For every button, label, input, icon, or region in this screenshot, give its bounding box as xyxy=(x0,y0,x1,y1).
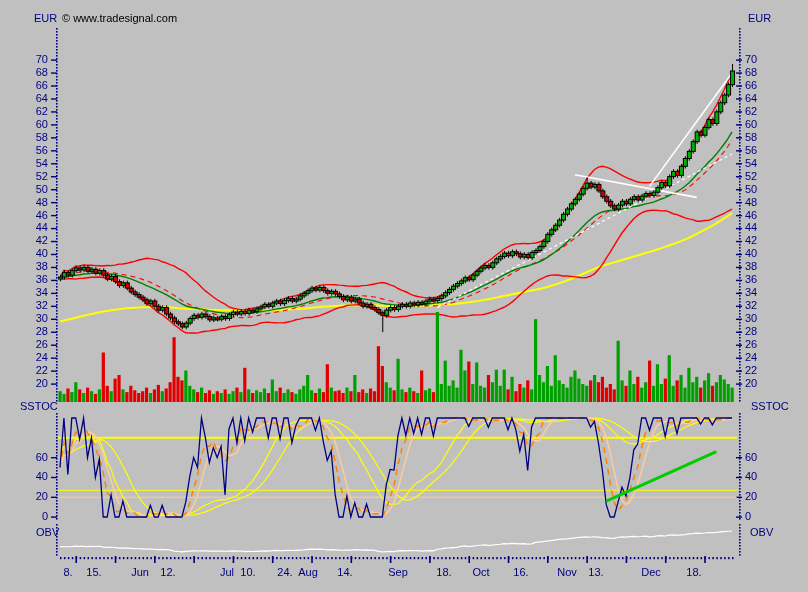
price-tick-label-right: 36 xyxy=(745,274,757,285)
price-tick-label-left: 34 xyxy=(22,287,48,298)
price-tick-label-right: 22 xyxy=(745,365,757,376)
date-label: 10. xyxy=(230,567,266,578)
price-tick-label-left: 38 xyxy=(22,261,48,272)
obv-panel-title-right: OBV xyxy=(750,527,773,538)
price-tick-label-left: 44 xyxy=(22,222,48,233)
date-label: Sep xyxy=(380,567,416,578)
price-tick-label-right: 56 xyxy=(745,145,757,156)
price-tick-label-right: 26 xyxy=(745,339,757,350)
price-tick-label-left: 50 xyxy=(22,184,48,195)
price-tick-label-left: 26 xyxy=(22,339,48,350)
price-tick-label-left: 32 xyxy=(22,300,48,311)
price-tick-label-left: 24 xyxy=(22,352,48,363)
price-tick-label-right: 64 xyxy=(745,93,757,104)
date-label: 15. xyxy=(76,567,112,578)
price-tick-label-left: 48 xyxy=(22,197,48,208)
price-tick-label-right: 60 xyxy=(745,119,757,130)
price-tick-label-right: 24 xyxy=(745,352,757,363)
price-tick-label-left: 40 xyxy=(22,248,48,259)
price-tick-label-right: 40 xyxy=(745,248,757,259)
price-tick-label-right: 68 xyxy=(745,67,757,78)
price-tick-label-right: 70 xyxy=(745,54,757,65)
sstoc-tick-label-right: 0 xyxy=(745,511,751,522)
price-tick-label-right: 48 xyxy=(745,197,757,208)
price-tick-label-right: 38 xyxy=(745,261,757,272)
sstoc-tick-label-left: 40 xyxy=(22,471,48,482)
price-tick-label-right: 44 xyxy=(745,222,757,233)
price-tick-label-right: 32 xyxy=(745,300,757,311)
sstoc-tick-label-right: 40 xyxy=(745,471,757,482)
price-tick-label-left: 68 xyxy=(22,67,48,78)
price-tick-label-right: 46 xyxy=(745,210,757,221)
price-tick-label-left: 20 xyxy=(22,378,48,389)
price-tick-label-left: 42 xyxy=(22,235,48,246)
price-tick-label-left: 70 xyxy=(22,54,48,65)
price-tick-label-left: 28 xyxy=(22,326,48,337)
price-axis-unit-right: EUR xyxy=(748,13,771,24)
date-label: Dec xyxy=(633,567,669,578)
price-tick-label-left: 36 xyxy=(22,274,48,285)
price-tick-label-right: 50 xyxy=(745,184,757,195)
price-tick-label-right: 34 xyxy=(745,287,757,298)
price-tick-label-left: 30 xyxy=(22,313,48,324)
price-tick-label-left: 56 xyxy=(22,145,48,156)
price-tick-label-left: 46 xyxy=(22,210,48,221)
price-tick-label-right: 62 xyxy=(745,106,757,117)
price-tick-label-right: 30 xyxy=(745,313,757,324)
date-label: Oct xyxy=(463,567,499,578)
price-tick-label-left: 62 xyxy=(22,106,48,117)
obv-panel-title-left: OBV xyxy=(36,527,59,538)
chart-plot-canvas[interactable] xyxy=(0,0,808,592)
price-tick-label-left: 22 xyxy=(22,365,48,376)
price-tick-label-left: 60 xyxy=(22,119,48,130)
price-tick-label-right: 28 xyxy=(745,326,757,337)
sstoc-tick-label-right: 20 xyxy=(745,491,757,502)
price-tick-label-right: 52 xyxy=(745,171,757,182)
price-tick-label-left: 52 xyxy=(22,171,48,182)
date-label: 14. xyxy=(327,567,363,578)
date-label: 12. xyxy=(150,567,186,578)
sstoc-panel-title-right: SSTOC xyxy=(751,401,789,412)
sstoc-tick-label-right: 60 xyxy=(745,452,757,463)
price-tick-label-left: 54 xyxy=(22,158,48,169)
date-label: 16. xyxy=(503,567,539,578)
date-label: 18. xyxy=(676,567,712,578)
price-tick-label-left: 58 xyxy=(22,132,48,143)
sstoc-tick-label-left: 20 xyxy=(22,491,48,502)
copyright-text: © www.tradesignal.com xyxy=(62,13,177,24)
price-tick-label-right: 42 xyxy=(745,235,757,246)
price-tick-label-right: 20 xyxy=(745,378,757,389)
date-label: Aug xyxy=(290,567,326,578)
price-axis-unit-left: EUR xyxy=(34,13,57,24)
price-tick-label-right: 66 xyxy=(745,80,757,91)
chart-window: EUR © www.tradesignal.com EUR SSTOC SSTO… xyxy=(0,0,808,592)
date-label: 18. xyxy=(426,567,462,578)
sstoc-tick-label-left: 60 xyxy=(22,452,48,463)
date-label: 13. xyxy=(578,567,614,578)
price-tick-label-right: 58 xyxy=(745,132,757,143)
sstoc-panel-title-left: SSTOC xyxy=(20,401,58,412)
price-tick-label-left: 64 xyxy=(22,93,48,104)
sstoc-tick-label-left: 0 xyxy=(22,511,48,522)
price-tick-label-right: 54 xyxy=(745,158,757,169)
price-tick-label-left: 66 xyxy=(22,80,48,91)
